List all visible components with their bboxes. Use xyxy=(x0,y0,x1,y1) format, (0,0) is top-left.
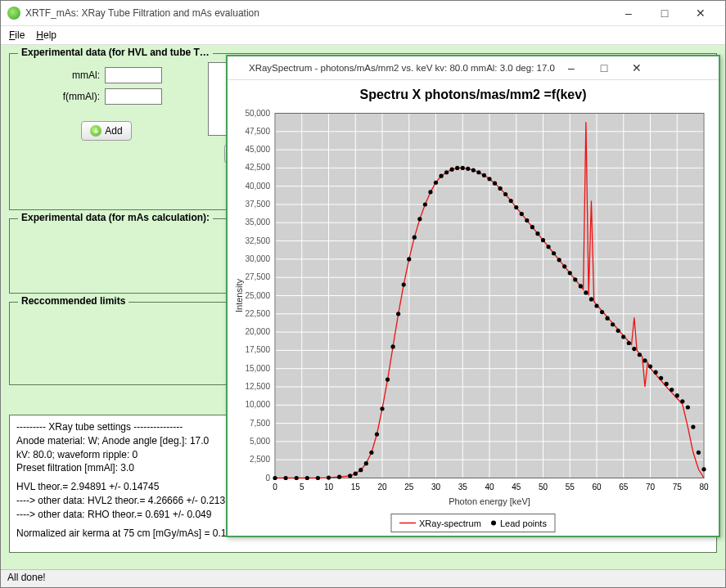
svg-text:17,500: 17,500 xyxy=(245,345,270,354)
svg-point-123 xyxy=(535,231,539,236)
svg-point-137 xyxy=(611,322,615,326)
svg-text:30: 30 xyxy=(431,483,441,491)
svg-point-115 xyxy=(493,182,497,186)
svg-text:80: 80 xyxy=(699,483,709,491)
svg-text:Photon energy [keV]: Photon energy [keV] xyxy=(449,496,530,506)
svg-point-113 xyxy=(482,173,486,177)
svg-text:5: 5 xyxy=(300,483,304,491)
svg-point-149 xyxy=(675,393,679,397)
svg-point-108 xyxy=(455,166,459,170)
svg-point-129 xyxy=(568,271,572,275)
svg-text:47,500: 47,500 xyxy=(245,127,270,136)
svg-text:32,500: 32,500 xyxy=(245,236,270,245)
svg-text:10: 10 xyxy=(324,483,334,491)
panel-mas-title: Experimental data (for mAs calculation): xyxy=(18,212,213,223)
svg-point-150 xyxy=(680,399,684,403)
svg-point-116 xyxy=(498,186,503,191)
svg-point-98 xyxy=(402,283,406,287)
svg-point-148 xyxy=(670,388,674,392)
svg-text:0: 0 xyxy=(265,474,270,483)
app-icon xyxy=(7,7,20,20)
spectrum-close-button[interactable]: ✕ xyxy=(620,57,653,79)
svg-point-143 xyxy=(643,358,647,362)
spectrum-icon xyxy=(232,62,244,74)
svg-text:40: 40 xyxy=(485,483,494,491)
svg-point-140 xyxy=(627,341,631,345)
mmAl-label: mmAl: xyxy=(51,70,100,81)
svg-text:70: 70 xyxy=(646,483,656,491)
maximize-button[interactable]: □ xyxy=(647,1,683,25)
svg-point-151 xyxy=(686,405,690,409)
svg-text:Spectru X photons/mas/mm2 =f(k: Spectru X photons/mas/mm2 =f(kev) xyxy=(360,88,587,101)
svg-point-126 xyxy=(552,251,556,255)
svg-text:25: 25 xyxy=(404,483,414,491)
svg-point-102 xyxy=(423,202,427,206)
svg-point-114 xyxy=(487,177,491,181)
minimize-button[interactable]: – xyxy=(611,1,647,25)
fmmAl-input[interactable] xyxy=(105,88,162,105)
svg-point-88 xyxy=(348,474,352,478)
svg-text:7,500: 7,500 xyxy=(250,419,270,428)
svg-point-133 xyxy=(589,297,593,301)
svg-point-87 xyxy=(337,475,341,479)
svg-text:20: 20 xyxy=(377,483,387,491)
svg-point-146 xyxy=(659,376,663,380)
spectrum-title: XRaySpectrum - photons/mAs/mm2 vs. keV k… xyxy=(249,63,555,73)
svg-point-96 xyxy=(391,344,395,348)
svg-point-86 xyxy=(327,475,331,479)
svg-point-109 xyxy=(461,166,465,170)
svg-point-127 xyxy=(557,258,561,262)
svg-text:Lead points: Lead points xyxy=(500,518,547,528)
menubar: File Help xyxy=(1,26,725,45)
svg-text:10,000: 10,000 xyxy=(245,400,270,409)
svg-point-135 xyxy=(600,310,604,314)
spectrum-maximize-button[interactable]: □ xyxy=(588,57,620,79)
svg-point-131 xyxy=(579,284,583,288)
panel-limits-title: Reccommended limits xyxy=(18,295,129,307)
svg-point-136 xyxy=(606,316,610,321)
svg-point-158 xyxy=(491,521,496,526)
statusbar: All done! xyxy=(1,569,725,587)
panel-exp-title: Experimental data (for HVL and tube T… xyxy=(18,47,213,58)
svg-point-142 xyxy=(638,352,642,357)
svg-point-111 xyxy=(471,168,476,172)
svg-point-101 xyxy=(417,217,422,221)
svg-point-145 xyxy=(653,370,657,375)
svg-point-138 xyxy=(616,329,620,333)
svg-point-105 xyxy=(439,174,443,178)
svg-point-153 xyxy=(697,451,701,455)
chart-area: Spectru X photons/mas/mm2 =f(kev)0510152… xyxy=(228,80,719,536)
svg-text:Intensity: Intensity xyxy=(234,279,244,312)
plus-icon: + xyxy=(90,125,101,137)
svg-point-120 xyxy=(520,212,524,216)
svg-point-83 xyxy=(295,476,299,480)
svg-point-82 xyxy=(284,476,288,480)
svg-point-107 xyxy=(450,168,454,172)
close-button[interactable]: ✕ xyxy=(683,1,719,25)
svg-point-97 xyxy=(396,312,400,316)
main-title: XRTF_mAs: XRay Tube Filtration and mAs e… xyxy=(25,7,611,19)
chart-svg: Spectru X photons/mas/mm2 =f(kev)0510152… xyxy=(228,80,719,536)
svg-text:42,500: 42,500 xyxy=(245,163,270,172)
svg-text:40,000: 40,000 xyxy=(245,182,270,191)
svg-text:15: 15 xyxy=(351,483,361,491)
svg-text:55: 55 xyxy=(566,483,575,491)
menu-file[interactable]: File xyxy=(9,29,25,41)
menu-help[interactable]: Help xyxy=(36,29,56,41)
svg-text:75: 75 xyxy=(673,483,683,491)
svg-text:27,500: 27,500 xyxy=(245,272,270,281)
mmAl-input[interactable] xyxy=(105,67,162,83)
svg-point-89 xyxy=(354,472,358,476)
svg-point-125 xyxy=(546,245,550,249)
spectrum-minimize-button[interactable]: – xyxy=(555,57,588,79)
svg-point-85 xyxy=(316,476,320,480)
svg-text:30,000: 30,000 xyxy=(245,254,270,263)
svg-text:35,000: 35,000 xyxy=(245,218,270,227)
svg-point-104 xyxy=(434,181,438,185)
add-button[interactable]: + Add xyxy=(81,121,131,141)
main-titlebar: XRTF_mAs: XRay Tube Filtration and mAs e… xyxy=(1,1,725,26)
svg-text:12,500: 12,500 xyxy=(245,382,270,391)
svg-text:37,500: 37,500 xyxy=(245,200,270,209)
svg-text:XRay-spectrum: XRay-spectrum xyxy=(419,518,481,528)
svg-text:2,500: 2,500 xyxy=(250,455,270,464)
